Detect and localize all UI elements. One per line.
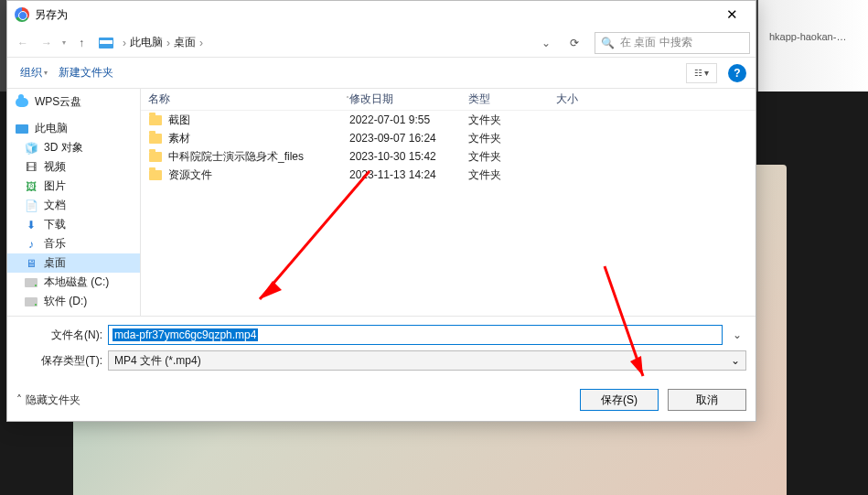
row-name: 资源文件: [168, 167, 212, 183]
col-type[interactable]: 类型: [468, 91, 556, 107]
toolbar: 组织▾ 新建文件夹 ☷ ▾ ?: [7, 58, 755, 89]
dialog-title: 另存为: [35, 7, 68, 23]
row-name: 素材: [168, 131, 190, 146]
filename-label: 文件名(N):: [16, 328, 102, 343]
table-row[interactable]: 资源文件2023-11-13 14:24文件夹: [141, 166, 755, 184]
row-date: 2023-11-13 14:24: [349, 168, 468, 181]
row-type: 文件夹: [468, 131, 556, 146]
tree-music[interactable]: ♪音乐: [7, 234, 140, 253]
history-dropdown[interactable]: ▾: [62, 38, 66, 47]
file-list-panel: 名称˄ 修改日期 类型 大小 截图2022-07-01 9:55文件夹素材202…: [140, 89, 755, 316]
filetype-value: MP4 文件 (*.mp4): [114, 353, 201, 369]
table-row[interactable]: 中科院院士演示隐身术_files2023-10-30 15:42文件夹: [141, 147, 755, 166]
search-placeholder: 在 桌面 中搜索: [620, 35, 692, 50]
col-size[interactable]: 大小: [556, 91, 611, 107]
filename-section: 文件名(N): mda-pfr37ymc6gc9qzph.mp4 ⌄ 保存类型(…: [7, 316, 755, 379]
dialog-footer: ˄ 隐藏文件夹 保存(S) 取消: [7, 379, 755, 421]
save-as-dialog: 另存为 ✕ ← → ▾ ↑ › 此电脑 › 桌面 › ⌄ ⟳ 🔍 在 桌面 中搜…: [6, 0, 756, 422]
row-type: 文件夹: [468, 113, 556, 128]
tree-desktop[interactable]: 🖥桌面: [7, 253, 140, 273]
address-bar-row: ← → ▾ ↑ › 此电脑 › 桌面 › ⌄ ⟳ 🔍 在 桌面 中搜索: [7, 28, 755, 58]
titlebar: 另存为 ✕: [7, 1, 755, 28]
back-button[interactable]: ←: [13, 32, 33, 54]
column-headers: 名称˄ 修改日期 类型 大小: [141, 89, 755, 111]
crumb-desktop[interactable]: 桌面: [174, 35, 196, 50]
col-name[interactable]: 名称˄: [148, 91, 349, 107]
tree-d-drive[interactable]: 软件 (D:): [7, 292, 140, 311]
help-button[interactable]: ?: [728, 64, 746, 82]
tree-documents[interactable]: 📄文档: [7, 196, 140, 215]
chevron-up-icon: ˄: [16, 393, 22, 406]
search-icon: 🔍: [601, 37, 615, 49]
row-type: 文件夹: [468, 167, 556, 183]
refresh-button[interactable]: ⟳: [563, 37, 585, 49]
cancel-button[interactable]: 取消: [668, 389, 746, 411]
hide-folders-toggle[interactable]: ˄ 隐藏文件夹: [16, 393, 80, 408]
tree-c-drive[interactable]: 本地磁盘 (C:): [7, 273, 140, 292]
file-rows: 截图2022-07-01 9:55文件夹素材2023-09-07 16:24文件…: [141, 111, 755, 316]
tree-pictures[interactable]: 🖼图片: [7, 177, 140, 196]
save-button[interactable]: 保存(S): [580, 389, 659, 411]
view-mode-button[interactable]: ☷ ▾: [686, 63, 717, 83]
filename-value: mda-pfr37ymc6gc9qzph.mp4: [113, 328, 258, 341]
table-row[interactable]: 截图2022-07-01 9:55文件夹: [141, 111, 755, 129]
chevron-down-icon: ⌄: [731, 354, 740, 367]
browser-tab-fragment: hkapp-haokan-…: [766, 29, 866, 48]
tree-videos[interactable]: 🎞视频: [7, 157, 140, 177]
forward-button[interactable]: →: [37, 32, 57, 54]
breadcrumb[interactable]: › 此电脑 › 桌面 ›: [121, 35, 529, 50]
dialog-body: WPS云盘 此电脑 🧊3D 对象 🎞视频 🖼图片 📄文档 ⬇下载 ♪音乐 🖥桌面…: [7, 89, 755, 316]
table-row[interactable]: 素材2023-09-07 16:24文件夹: [141, 129, 755, 147]
filetype-select[interactable]: MP4 文件 (*.mp4) ⌄: [108, 350, 746, 371]
up-button[interactable]: ↑: [71, 32, 91, 54]
nav-tree: WPS云盘 此电脑 🧊3D 对象 🎞视频 🖼图片 📄文档 ⬇下载 ♪音乐 🖥桌面…: [7, 89, 140, 316]
tree-this-pc[interactable]: 此电脑: [7, 119, 140, 138]
row-date: 2023-09-07 16:24: [349, 132, 468, 145]
chrome-icon: [15, 7, 29, 22]
filetype-label: 保存类型(T):: [16, 353, 102, 369]
tree-wps-cloud[interactable]: WPS云盘: [7, 92, 140, 112]
tree-downloads[interactable]: ⬇下载: [7, 215, 140, 234]
filename-input[interactable]: mda-pfr37ymc6gc9qzph.mp4: [108, 325, 723, 345]
close-button[interactable]: ✕: [712, 2, 752, 27]
search-input[interactable]: 🔍 在 桌面 中搜索: [595, 32, 750, 54]
breadcrumb-dropdown[interactable]: ⌄: [532, 37, 560, 49]
row-date: 2022-07-01 9:55: [349, 113, 468, 126]
crumb-pc[interactable]: 此电脑: [130, 35, 163, 50]
tree-3d-objects[interactable]: 🧊3D 对象: [7, 138, 140, 157]
filename-dropdown[interactable]: ⌄: [728, 328, 746, 341]
new-folder-button[interactable]: 新建文件夹: [55, 65, 117, 81]
col-date[interactable]: 修改日期: [349, 91, 468, 107]
row-name: 中科院院士演示隐身术_files: [168, 149, 304, 165]
organize-menu[interactable]: 组织▾: [16, 65, 51, 81]
row-date: 2023-10-30 15:42: [349, 150, 468, 163]
row-type: 文件夹: [468, 149, 556, 165]
this-pc-icon: [99, 38, 113, 48]
row-name: 截图: [168, 113, 190, 128]
